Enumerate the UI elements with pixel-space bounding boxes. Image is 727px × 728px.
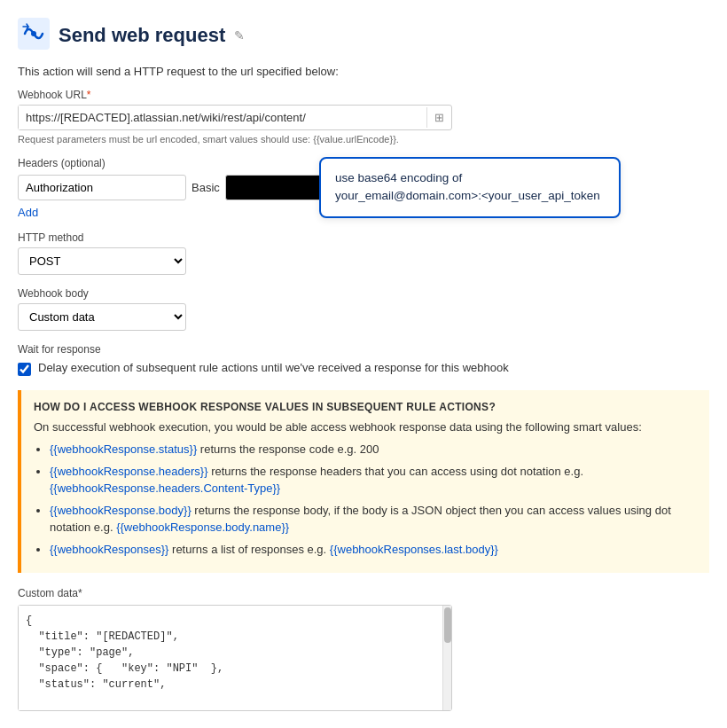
info-box: HOW DO I ACCESS WEBHOOK RESPONSE VALUES … [18, 390, 709, 573]
page-title: Send web request [59, 24, 225, 47]
webhook-url-input[interactable] [19, 106, 426, 129]
wait-response-checkbox[interactable] [18, 363, 31, 376]
custom-data-editor: { "title": " [18, 605, 452, 711]
webhook-url-input-row[interactable]: ⊞ [18, 105, 452, 130]
header-value-prefix: Basic [192, 181, 220, 194]
wait-response-checkbox-label: Delay execution of subsequent rule actio… [38, 361, 509, 374]
custom-data-label: Custom data* [18, 587, 709, 599]
copy-url-icon[interactable]: ⊞ [426, 107, 451, 128]
send-web-request-icon [18, 18, 50, 52]
custom-data-textarea[interactable]: { "title": " [19, 606, 442, 710]
info-box-bullets-list: {{webhookResponse.status}} returns the r… [34, 441, 697, 558]
bullet-2: {{webhookResponse.headers}} returns the … [50, 463, 697, 497]
edit-icon[interactable]: ✎ [234, 28, 245, 43]
header-key-input[interactable] [18, 175, 186, 200]
scrollbar-thumb[interactable] [444, 607, 451, 643]
scrollbar-track[interactable] [442, 606, 451, 710]
wait-response-label: Wait for response [18, 343, 709, 356]
http-method-section: HTTP method GET POST PUT DELETE PATCH [18, 231, 709, 275]
add-header-link[interactable]: Add [18, 206, 38, 219]
info-box-description: On successful webhook execution, you wou… [34, 420, 697, 434]
webhook-body-label: Webhook body [18, 287, 709, 300]
webhook-body-select[interactable]: None Custom data Form data [18, 303, 186, 331]
webhook-body-section: Webhook body None Custom data Form data [18, 287, 709, 331]
webhook-url-label: Webhook URL* [18, 89, 709, 101]
url-hint-text: Request parameters must be url encoded, … [18, 134, 709, 145]
wait-response-section: Wait for response Delay execution of sub… [18, 343, 709, 376]
http-method-label: HTTP method [18, 231, 709, 244]
bullet-4: {{webhookResponses}} returns a list of r… [50, 541, 697, 559]
info-box-title: HOW DO I ACCESS WEBHOOK RESPONSE VALUES … [34, 401, 697, 413]
headers-row: Basic use base64 encoding of your_email@… [18, 175, 709, 200]
description-text: This action will send a HTTP request to … [18, 65, 709, 78]
page-header: Send web request ✎ [18, 18, 709, 52]
bullet-3: {{webhookResponse.body}} returns the res… [50, 502, 697, 536]
svg-point-1 [31, 31, 36, 36]
http-method-select[interactable]: GET POST PUT DELETE PATCH [18, 247, 186, 275]
tooltip-bubble: use base64 encoding of your_email@domain… [319, 157, 621, 218]
wait-response-checkbox-row: Delay execution of subsequent rule actio… [18, 361, 709, 376]
bullet-1: {{webhookResponse.status}} returns the r… [50, 441, 697, 458]
tooltip-text: use base64 encoding of your_email@domain… [335, 171, 600, 202]
